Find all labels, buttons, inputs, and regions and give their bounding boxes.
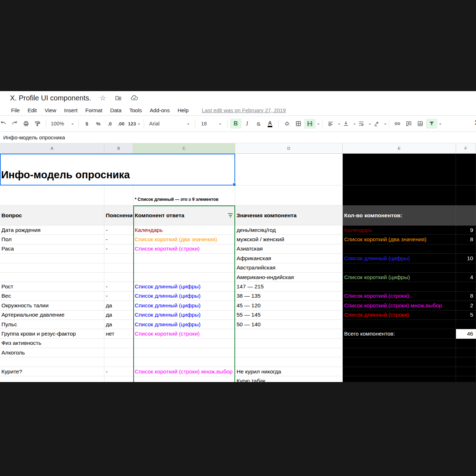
column-header-c[interactable]: C [133,143,235,153]
cell-f[interactable] [456,367,476,376]
cell-c[interactable]: Список длинный (цифры) [133,320,235,329]
cell[interactable] [235,185,343,205]
cell-e[interactable] [343,367,456,376]
cell-c[interactable]: Список короткий (строки) [133,329,235,338]
menu-addons[interactable]: Add-ons [146,107,174,113]
borders-button[interactable] [293,119,304,129]
vertical-align-caret[interactable] [353,124,356,126]
cell-f[interactable]: 9 [456,225,476,235]
cell-e[interactable] [343,357,456,367]
cloud-saved-icon[interactable] [130,94,138,101]
star-icon[interactable]: ☆ [100,94,106,101]
cell-d[interactable] [235,329,343,338]
cell-c[interactable]: Список длинный (цифры) [133,301,235,310]
cell-a[interactable]: Группа крови и резус-фактор [0,329,104,338]
cell-d[interactable]: 147 — 215 [235,282,343,291]
column-header-d[interactable]: D [235,143,343,153]
cell-d[interactable]: Американо-индийская [235,273,343,282]
cell-a[interactable]: Пол [0,235,104,244]
text-rotation-caret[interactable] [384,124,386,126]
cell-c[interactable]: Список короткий (строки) [133,244,235,254]
cell-d[interactable]: 45 — 120 [235,301,343,310]
menu-data[interactable]: Data [106,107,125,113]
column-header-a[interactable]: A [0,143,104,153]
cell-b[interactable]: да [104,301,133,310]
menu-view[interactable]: View [41,107,60,113]
cell-d[interactable]: 38 — 135 [235,292,343,301]
cell-b[interactable]: да [104,320,133,329]
italic-button[interactable]: I [242,119,253,129]
column-filter-icon[interactable] [228,213,233,217]
cell-e[interactable]: Список длинный (цифры) [343,254,456,263]
cell-d[interactable]: день/месяц/год [235,225,343,235]
cell[interactable] [235,154,343,185]
cell-f[interactable] [456,282,476,291]
cell-d[interactable]: Азиатская [235,244,343,254]
cell-f[interactable] [456,357,476,367]
cell-c[interactable]: Список короткий (строки) множ.выбор [133,367,235,376]
cell-a[interactable]: Вес [0,292,104,301]
cell-f[interactable]: 4 [456,273,476,282]
redo-button[interactable] [9,119,20,129]
font-select[interactable]: Arial [147,119,192,129]
cell-a[interactable]: Окружность талии [0,301,104,310]
cell-f[interactable] [456,348,476,357]
cell-e[interactable] [343,282,456,291]
last-edit-status[interactable]: Last edit was on February 27, 2019 [202,107,286,113]
cell-e[interactable]: Календарь [343,225,456,235]
menu-insert[interactable]: Insert [60,107,81,113]
cell-b[interactable] [104,376,133,382]
cell-f[interactable] [456,376,476,382]
menu-edit[interactable]: Edit [24,107,41,113]
cell[interactable] [343,154,456,185]
increase-decimal-button[interactable]: .00 [115,119,127,129]
formula-bar[interactable]: Инфо-модель опросника [0,132,476,143]
column-header-e[interactable]: E [343,143,456,153]
cell-c[interactable]: Список длинный (цифры) [133,311,235,320]
cell-c[interactable] [133,339,235,348]
cell-b[interactable]: - [104,244,133,254]
menu-tools[interactable]: Tools [125,107,146,113]
cell-e[interactable] [343,376,456,382]
cell-c[interactable] [133,254,235,263]
text-wrap-caret[interactable] [369,124,371,126]
cell-e[interactable] [343,339,456,348]
formula-bar-value[interactable]: Инфо-модель опросника [3,134,65,140]
move-to-folder-icon[interactable] [115,94,122,101]
cell-a[interactable] [0,376,104,382]
more-formats-button[interactable]: 123 [127,119,141,129]
undo-button[interactable] [0,119,9,129]
merge-options-caret[interactable] [317,124,319,126]
cell-b[interactable]: - [104,367,133,376]
vertical-align-button[interactable] [340,119,352,129]
cell-note[interactable]: * Список длинный — это ≥ 9 элементов [133,185,235,205]
insert-comment-button[interactable] [403,119,415,129]
cell-c[interactable] [133,376,235,382]
cell-f[interactable]: 5 [456,311,476,320]
cell-d[interactable] [235,357,343,367]
cell-c[interactable] [133,263,235,273]
cell-d[interactable]: Австралийская [235,263,343,273]
cell-a[interactable] [0,273,104,282]
cell-f[interactable]: 10 [456,254,476,263]
horizontal-align-button[interactable] [325,119,336,129]
cell-b[interactable] [104,254,133,263]
cell-a[interactable]: Алкоголь [0,348,104,357]
cell-a[interactable] [0,357,104,367]
cell-header-explanation[interactable]: Пояснение [104,205,133,225]
cell[interactable] [343,185,456,205]
cell-d[interactable]: Не курил никогда [235,367,343,376]
cell-e[interactable]: Список короткий (строки) множ.выбор [343,301,456,310]
merge-cells-button[interactable] [304,119,316,129]
cell-e[interactable]: Список короткий (цифры) [343,273,456,282]
insert-link-button[interactable] [392,119,403,129]
menu-file[interactable]: File [7,107,24,113]
cell-f[interactable] [456,339,476,348]
cell-e[interactable]: Всего компонентов: [343,329,456,338]
insert-chart-button[interactable] [415,119,426,129]
cell-f[interactable]: 2 [456,301,476,310]
cell-f[interactable]: 8 [456,292,476,301]
filter-button[interactable] [426,119,437,129]
cell-a[interactable]: Пульс [0,320,104,329]
cell-header-question[interactable]: Вопрос [0,205,104,225]
